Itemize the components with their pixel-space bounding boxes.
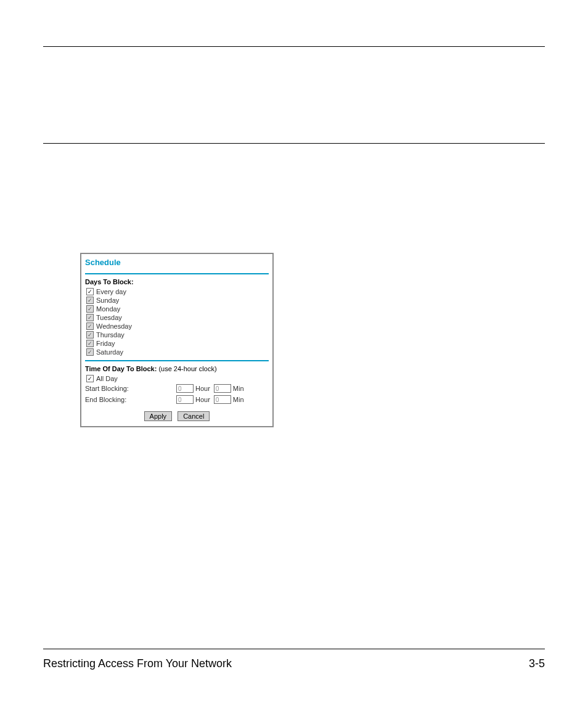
end-hour-input[interactable]: 0 (176, 395, 194, 404)
start-blocking-row: Start Blocking: 0 Hour 0 Min (85, 383, 269, 394)
checkbox-row-monday: Monday (85, 305, 269, 313)
checkbox-label-wednesday: Wednesday (96, 322, 132, 330)
divider (85, 273, 269, 274)
checkbox-label-monday: Monday (96, 305, 120, 313)
checkbox-friday[interactable] (86, 340, 94, 347)
checkbox-row-everyday: Every day (85, 287, 269, 296)
checkbox-label-everyday: Every day (96, 288, 126, 295)
divider (85, 360, 269, 361)
end-min-input[interactable]: 0 (214, 395, 231, 404)
start-hour-input[interactable]: 0 (176, 384, 194, 393)
end-blocking-label: End Blocking: (85, 396, 176, 403)
checkbox-row-sunday: Sunday (85, 296, 269, 305)
checkbox-tuesday[interactable] (86, 314, 94, 321)
checkbox-allday[interactable] (86, 375, 94, 382)
min-unit: Min (233, 396, 244, 403)
end-blocking-row: End Blocking: 0 Hour 0 Min (85, 394, 269, 405)
checkbox-label-sunday: Sunday (96, 297, 119, 304)
checkbox-row-saturday: Saturday (85, 348, 269, 356)
min-unit: Min (233, 385, 244, 392)
bottom-rule (43, 649, 545, 649)
schedule-title: Schedule (85, 258, 269, 267)
checkbox-row-wednesday: Wednesday (85, 322, 269, 330)
footer-page-number: 3-5 (529, 657, 545, 670)
checkbox-label-friday: Friday (96, 340, 115, 347)
days-to-block-label: Days To Block: (85, 278, 269, 285)
checkbox-label-saturday: Saturday (96, 348, 123, 356)
hour-unit: Hour (195, 396, 210, 403)
checkbox-everyday[interactable] (86, 288, 94, 295)
apply-button[interactable]: Apply (144, 411, 173, 421)
cancel-button[interactable]: Cancel (178, 411, 210, 421)
time-of-day-label-bold: Time Of Day To Block: (85, 365, 157, 372)
start-blocking-label: Start Blocking: (85, 385, 176, 392)
checkbox-row-tuesday: Tuesday (85, 313, 269, 322)
hour-unit: Hour (195, 385, 210, 392)
checkbox-label-tuesday: Tuesday (96, 314, 122, 321)
checkbox-wednesday[interactable] (86, 322, 94, 330)
time-of-day-label-paren: (use 24-hour clock) (157, 365, 216, 372)
checkbox-thursday[interactable] (86, 331, 94, 339)
schedule-panel-inner: Schedule Days To Block: Every day Sunday… (81, 254, 272, 426)
checkbox-saturday[interactable] (86, 348, 94, 356)
time-of-day-label: Time Of Day To Block: (use 24-hour clock… (85, 365, 269, 372)
checkbox-row-friday: Friday (85, 339, 269, 348)
top-rule (43, 46, 545, 47)
checkbox-sunday[interactable] (86, 297, 94, 304)
checkbox-label-allday: All Day (96, 375, 118, 382)
page-footer: Restricting Access From Your Network 3-5 (43, 657, 545, 670)
footer-title: Restricting Access From Your Network (43, 657, 232, 670)
start-min-input[interactable]: 0 (214, 384, 231, 393)
checkbox-label-thursday: Thursday (96, 331, 125, 339)
section-rule (43, 143, 545, 144)
checkbox-row-allday: All Day (85, 374, 269, 383)
checkbox-monday[interactable] (86, 305, 94, 313)
document-page: Schedule Days To Block: Every day Sunday… (0, 0, 588, 706)
button-row: Apply Cancel (85, 411, 269, 421)
checkbox-row-thursday: Thursday (85, 330, 269, 339)
schedule-panel: Schedule Days To Block: Every day Sunday… (80, 253, 274, 427)
